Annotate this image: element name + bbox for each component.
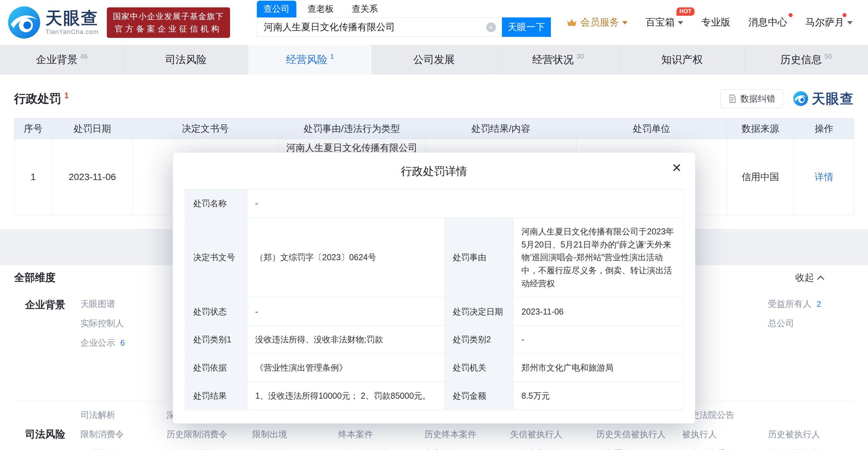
dim-item-controller[interactable]: 实际控制人 <box>81 317 166 329</box>
tianyancha-watermark: 天眼查 <box>793 89 854 108</box>
company-search-input[interactable] <box>257 18 502 37</box>
collapse-label: 收起 <box>795 271 814 284</box>
dim-item-label: 企业公示 <box>81 338 115 348</box>
dim-item-head-office[interactable]: 总公司 <box>768 317 854 329</box>
tab-count: 30 <box>576 53 584 60</box>
dim-item[interactable]: 历史司法协助 <box>166 448 252 450</box>
col-document-no: 决定文书号 <box>133 118 278 139</box>
close-icon[interactable]: ✕ <box>672 162 682 174</box>
col-unit: 处罚单位 <box>576 118 727 139</box>
menu-message-center[interactable]: 消息中心 <box>748 16 787 29</box>
tab-label: 经营风险 <box>286 53 328 67</box>
dim-item[interactable]: 限制消费令 <box>81 428 166 440</box>
collapse-toggle[interactable]: 收起 <box>795 271 823 284</box>
menu-user-account[interactable]: 马尔萨月 <box>805 16 852 29</box>
detail-row: 处罚状态 - 处罚决定日期 2023-11-06 <box>185 298 683 326</box>
tab-judicial-risk[interactable]: 司法风险 <box>124 45 248 75</box>
dim-item-beneficiary[interactable]: 受益所有人 2 <box>768 298 854 310</box>
dim-item[interactable]: 司法协助 <box>81 448 166 450</box>
dim-item[interactable]: 历史限制消费令 <box>166 428 252 440</box>
data-correction-label: 数据纠错 <box>740 93 775 105</box>
watermark-text: 天眼查 <box>812 89 854 108</box>
crown-icon <box>566 17 577 28</box>
dim-item <box>768 409 854 421</box>
detail-value: 《营业性演出管理条例》 <box>247 354 445 382</box>
dim-item-label: 受益所有人 <box>768 299 811 309</box>
detail-value: 河南人生夏日文化传播有限公司于2023年5月20日、5月21日举办的“薛之谦‘天… <box>514 217 683 298</box>
tianyancha-eye-icon <box>793 91 808 106</box>
dim-item[interactable]: 历史失信被执行人 <box>596 428 682 440</box>
tab-company-development[interactable]: 公司发展 <box>372 45 496 75</box>
dim-item[interactable]: 送达公告 <box>252 448 338 450</box>
dimension-label: 企业背景 <box>25 298 81 392</box>
tab-intellectual-property[interactable]: 知识产权 <box>620 45 744 75</box>
detail-row: 处罚依据 《营业性演出管理条例》 处罚机关 郑州市文化广电和旅游局 <box>185 354 683 382</box>
detail-label: 处罚类别2 <box>445 326 514 354</box>
document-edit-icon <box>728 94 737 103</box>
dim-item[interactable]: 限制出境 <box>252 428 338 440</box>
dim-item[interactable]: 失信被执行人 <box>510 428 596 440</box>
detail-value: - <box>247 190 683 218</box>
menu-pro-version[interactable]: 专业版 <box>701 16 731 29</box>
gov-endorsement-badge: 国家中小企业发展子基金旗下 官方备案企业征信机构 <box>107 7 230 38</box>
tianyancha-eye-icon <box>7 6 41 39</box>
dim-item[interactable]: 立案信息 <box>424 448 510 450</box>
dim-item[interactable]: 终本案件 <box>338 428 424 440</box>
clear-search-icon[interactable]: × <box>486 23 496 32</box>
tab-operating-status[interactable]: 经营状况 30 <box>496 45 620 75</box>
search-tab-boss[interactable]: 查老板 <box>301 1 341 18</box>
chevron-up-icon <box>817 275 824 282</box>
tab-count: 50 <box>825 53 832 60</box>
search-type-tabs: 查公司 查老板 查关系 <box>257 2 551 18</box>
dim-item[interactable]: 历史破产重整 <box>682 448 768 450</box>
brand-domain: TianYanCha.com <box>45 28 99 35</box>
detail-label: 处罚类别1 <box>185 326 247 354</box>
tab-label: 司法风险 <box>165 53 207 67</box>
search-tab-company[interactable]: 查公司 <box>257 1 297 18</box>
col-date: 处罚日期 <box>52 118 133 139</box>
col-result: 处罚结果/内容 <box>426 118 576 139</box>
tab-count: 46 <box>81 53 88 60</box>
dim-item[interactable]: 破产重整 <box>596 448 682 450</box>
dim-item[interactable]: 司法解析 <box>81 409 166 421</box>
dim-item[interactable]: 历史送达公告 <box>338 448 424 450</box>
data-correction-button[interactable]: 数据纠错 <box>720 89 783 108</box>
tab-label: 知识产权 <box>661 53 703 67</box>
menu-vip-services[interactable]: 会员服务 <box>566 16 627 29</box>
search-tab-relations[interactable]: 查关系 <box>345 1 385 18</box>
penalty-detail-table: 处罚名称 - 决定书文号 （郑）文综罚字〔2023〕0624号 处罚事由 河南人… <box>185 189 683 410</box>
gov-badge-line2: 官方备案企业征信机构 <box>113 24 224 34</box>
tab-company-background[interactable]: 企业背景 46 <box>0 45 124 75</box>
tab-history-info[interactable]: 历史信息 50 <box>744 45 868 75</box>
detail-value: - <box>247 298 445 326</box>
dim-item-publicity[interactable]: 企业公示 6 <box>81 337 166 349</box>
col-seq: 序号 <box>14 118 52 139</box>
gov-badge-line1: 国家中小企业发展子基金旗下 <box>113 11 224 22</box>
search-button[interactable]: 天眼一下 <box>502 18 551 37</box>
company-section-tabs: 企业背景 46 司法风险 经营风险 1 公司发展 经营状况 30 知识产权 历史… <box>0 45 868 75</box>
dimension-label: 司法风险 <box>25 427 81 441</box>
tab-operating-risk[interactable]: 经营风险 1 <box>248 45 372 75</box>
tianyancha-logo[interactable]: 天眼查 TianYanCha.com <box>7 6 99 39</box>
dim-item[interactable]: 历史被执行人 <box>768 428 854 440</box>
detail-row: 处罚名称 - <box>185 190 683 218</box>
detail-link[interactable]: 详情 <box>815 172 834 182</box>
detail-row: 处罚结果 1、没收违法所得10000元； 2、罚款85000元。 处罚金额 8.… <box>185 382 683 410</box>
dim-item[interactable]: 历史终本案件 <box>424 428 510 440</box>
section-title: 行政处罚 <box>14 91 61 107</box>
menu-toolbox-label: 百宝箱 <box>646 16 675 29</box>
detail-value: 郑州市文化广电和旅游局 <box>514 354 683 382</box>
detail-label: 处罚依据 <box>185 354 247 382</box>
chevron-down-icon <box>622 21 627 27</box>
detail-row: 决定书文号 （郑）文综罚字〔2023〕0624号 处罚事由 河南人生夏日文化传播… <box>185 217 683 298</box>
menu-messages-label: 消息中心 <box>748 16 787 29</box>
dim-item[interactable]: 被执行人 <box>682 428 768 440</box>
dim-item-graph[interactable]: 天眼图谱 <box>81 298 166 310</box>
dim-item[interactable]: 涉金融黑名单 <box>768 448 854 450</box>
detail-value: 2023-11-06 <box>514 298 683 326</box>
menu-vip-label: 会员服务 <box>580 16 619 29</box>
detail-value: 1、没收违法所得10000元； 2、罚款85000元。 <box>247 382 445 410</box>
menu-toolbox[interactable]: HOT 百宝箱 <box>646 16 683 29</box>
menu-user-label: 马尔萨月 <box>805 16 844 29</box>
dim-item[interactable]: 历史立案信息 <box>510 448 596 450</box>
